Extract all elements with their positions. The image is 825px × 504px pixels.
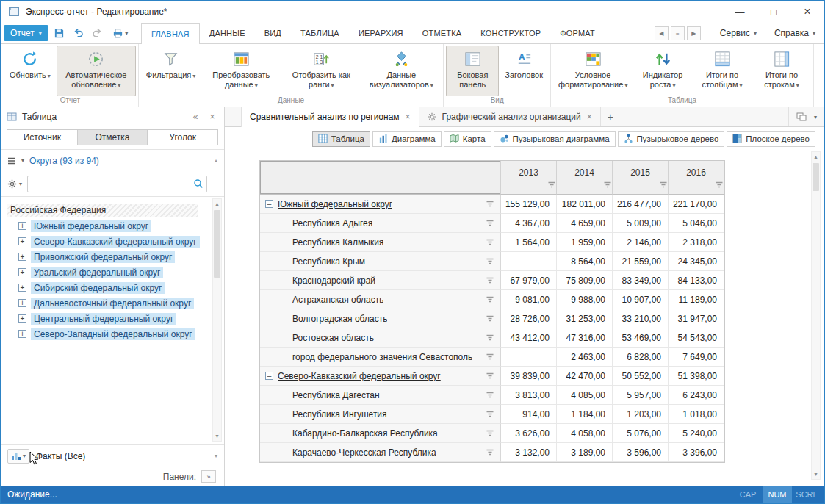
view-table-button[interactable]: Таблица: [312, 131, 370, 147]
row-totals-button[interactable]: Итоги по строкам▾: [752, 46, 811, 96]
expand-icon[interactable]: +: [18, 284, 26, 292]
scrollbar-thumb[interactable]: [813, 163, 819, 191]
ribbon-tab[interactable]: ОТМЕТКА: [413, 23, 472, 43]
vertical-scrollbar[interactable]: ▲ ▼: [811, 151, 821, 480]
table-row[interactable]: – Кабардино-Балкарская Республика 3 626,…: [260, 424, 724, 443]
filter-icon[interactable]: [486, 258, 494, 264]
close-tab-icon[interactable]: ×: [587, 112, 592, 122]
table-row[interactable]: – Астраханская область 9 081,00 9 988,00…: [260, 290, 724, 309]
help-menu[interactable]: Справка▾: [765, 23, 824, 43]
scroll-up-icon[interactable]: ▲: [812, 152, 820, 162]
expand-icon[interactable]: +: [18, 299, 26, 307]
conditional-formatting-button[interactable]: Условное форматирование▾: [553, 46, 633, 96]
ribbon-tab[interactable]: ВИД: [255, 23, 291, 43]
expand-icon[interactable]: +: [18, 330, 26, 338]
grid-corner-cell[interactable]: [260, 161, 501, 195]
table-row[interactable]: – Краснодарский край 67 979,00 75 809,00…: [260, 271, 724, 290]
refresh-button[interactable]: Обновить▾: [4, 46, 56, 96]
redo-button[interactable]: [90, 25, 106, 41]
print-button[interactable]: ▾: [109, 25, 132, 41]
table-row[interactable]: – Ростовская область 43 412,00 47 316,00…: [260, 328, 724, 348]
column-totals-button[interactable]: Итоги по столбцам▾: [693, 46, 752, 96]
ribbon-tab[interactable]: КОНСТРУКТОР: [471, 23, 550, 43]
tree-item[interactable]: + Северо-Кавказский федеральный округ: [18, 234, 224, 249]
filtering-button[interactable]: Фильтрация▾: [141, 46, 201, 96]
tree-item-root[interactable]: Российская Федерация: [7, 202, 198, 218]
table-row[interactable]: – Южный федеральный округ 155 129,00 182…: [260, 195, 724, 214]
filter-icon[interactable]: [486, 201, 494, 207]
view-bubble-chart-button[interactable]: Пузырьковая диаграмма: [494, 131, 616, 147]
view-bubble-tree-button[interactable]: Пузырьковое дерево: [618, 131, 725, 147]
collapse-section-icon[interactable]: ▴: [215, 157, 217, 164]
filter-icon[interactable]: [486, 392, 494, 398]
filter-icon[interactable]: [486, 372, 494, 379]
expand-icon[interactable]: +: [18, 253, 26, 261]
column-header-2016[interactable]: 2016: [669, 161, 724, 195]
view-chart-button[interactable]: Диаграмма: [372, 131, 442, 147]
tab-selection[interactable]: Отметка: [77, 129, 148, 145]
window-list-button[interactable]: ≡: [671, 26, 685, 40]
doc-tab-regions[interactable]: Сравнительный анализ по регионам ×: [241, 107, 419, 127]
filter-icon[interactable]: [715, 181, 724, 188]
close-button[interactable]: ×: [790, 1, 824, 23]
tree-item[interactable]: + Приволжский федеральный округ: [18, 249, 224, 264]
nav-prev-button[interactable]: ◀: [655, 26, 669, 40]
expand-icon[interactable]: +: [18, 222, 26, 230]
caret-down-icon[interactable]: ▾: [814, 114, 817, 120]
visualizer-data-button[interactable]: Данные визуализаторов▾: [361, 46, 441, 96]
filter-icon[interactable]: [486, 239, 494, 245]
view-flat-tree-button[interactable]: Плоское дерево: [727, 131, 815, 147]
windows-icon[interactable]: [796, 112, 807, 121]
tree-item[interactable]: + Центральный федеральный округ: [18, 311, 224, 326]
filter-icon[interactable]: [659, 181, 668, 188]
report-menu-button[interactable]: Отчет▾: [4, 25, 48, 41]
ribbon-tab[interactable]: ИЕРАРХИЯ: [349, 23, 413, 43]
add-tab-button[interactable]: +: [601, 107, 620, 126]
filter-icon[interactable]: [486, 430, 494, 436]
collapse-icon[interactable]: –: [265, 372, 273, 380]
table-row[interactable]: – Волгоградская область 28 726,00 31 253…: [260, 309, 724, 328]
header-button[interactable]: A Заголовок: [500, 46, 548, 96]
filter-icon[interactable]: [486, 411, 494, 417]
settings-button[interactable]: ▾: [7, 179, 22, 189]
panels-expand-button[interactable]: »: [201, 470, 216, 483]
filter-icon[interactable]: [486, 296, 494, 303]
scrollbar-thumb[interactable]: [214, 210, 220, 278]
close-panel-button[interactable]: ×: [206, 112, 218, 122]
table-row[interactable]: – Карачаево-Черкесская Республика 3 132,…: [260, 443, 724, 462]
search-icon[interactable]: [193, 179, 203, 189]
collapse-panel-button[interactable]: «: [190, 112, 201, 122]
expand-icon[interactable]: +: [18, 268, 26, 276]
filter-icon[interactable]: [486, 277, 494, 284]
show-as-ranks-button[interactable]: 2 11 3 Отобразить как ранги▾: [281, 46, 361, 96]
undo-button[interactable]: [71, 25, 87, 41]
filter-icon[interactable]: [547, 181, 556, 188]
table-row[interactable]: – Республика Калмыкия 1 564,00 1 959,00 …: [260, 233, 724, 252]
ribbon-tab[interactable]: ГЛАВНАЯ: [141, 23, 200, 44]
close-tab-icon[interactable]: ×: [406, 112, 411, 122]
maximize-button[interactable]: □: [757, 1, 790, 23]
view-map-button[interactable]: Карта: [444, 131, 491, 147]
nav-next-button[interactable]: ▶: [687, 26, 701, 40]
filter-icon[interactable]: [486, 315, 494, 322]
table-row[interactable]: – город федерального значения Севастопол…: [260, 348, 724, 367]
table-row[interactable]: – Республика Ингушетия 914,00 1 184,00 1…: [260, 405, 724, 424]
side-panel-button[interactable]: Боковая панель: [446, 46, 499, 96]
search-input[interactable]: [27, 176, 207, 192]
table-row[interactable]: – Республика Адыгея 4 367,00 4 659,00 5 …: [260, 214, 724, 233]
table-row[interactable]: – Республика Дагестан 3 813,00 4 085,00 …: [260, 386, 724, 405]
tab-corner[interactable]: Уголок: [147, 129, 218, 145]
tab-source[interactable]: Источник: [7, 129, 78, 145]
transform-data-button[interactable]: Преобразовать данные▾: [201, 46, 281, 96]
tree-item[interactable]: + Северо-Западный федеральный округ: [18, 326, 224, 342]
facts-button[interactable]: ▾: [7, 449, 29, 464]
collapse-icon[interactable]: –: [265, 200, 273, 208]
table-row[interactable]: – Республика Крым 8 564,00 21 559,00 24 …: [260, 252, 724, 271]
filter-icon[interactable]: [486, 334, 494, 341]
scroll-down-icon[interactable]: ▼: [812, 469, 820, 479]
minimize-button[interactable]: —: [723, 1, 757, 23]
ribbon-tab[interactable]: ФОРМАТ: [550, 23, 605, 43]
table-row[interactable]: – Северо-Кавказский федеральный округ 39…: [260, 367, 724, 386]
tree-item[interactable]: + Сибирский федеральный округ: [18, 280, 224, 295]
filter-icon[interactable]: [486, 353, 494, 360]
